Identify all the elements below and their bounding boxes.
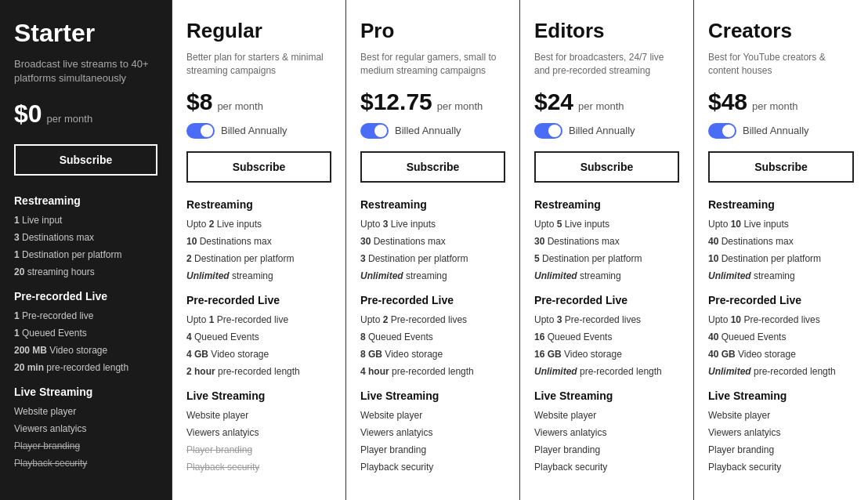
editors-price: $24 (534, 89, 573, 115)
editors-restreaming-section: Restreaming Upto 5 Live inputs 30 Destin… (534, 198, 679, 283)
editors-billing-row: Billed Annually (534, 123, 679, 139)
editors-period: per month (578, 100, 624, 112)
creators-live-streaming-title: Live Streaming (708, 389, 854, 402)
editors-subscribe-button[interactable]: Subscribe (534, 151, 679, 183)
starter-live-streaming-section: Live Streaming Website player Viewers an… (14, 386, 157, 470)
editors-playback-security: Playback security (534, 460, 679, 474)
editors-queued-events: 16 Queued Events (534, 330, 679, 344)
starter-column: Starter Broadcast live streams to 40+ pl… (0, 0, 172, 500)
pro-column: Pro Best for regular gamers, small to me… (346, 0, 520, 500)
regular-billing-row: Billed Annually (186, 123, 331, 139)
pro-dest-per-platform: 3 Destination per platform (360, 252, 505, 266)
creators-live-streaming-section: Live Streaming Website player Viewers an… (708, 389, 854, 474)
pro-subscribe-button[interactable]: Subscribe (360, 151, 505, 183)
pro-restreaming-title: Restreaming (360, 198, 505, 211)
starter-subscribe-button[interactable]: Subscribe (14, 144, 157, 176)
starter-queued-events: 1 Queued Events (14, 326, 157, 340)
creators-billing-label: Billed Annually (743, 125, 809, 136)
editors-viewers-analytics: Viewers anlatyics (534, 426, 679, 440)
starter-pre-recorded-section: Pre-recorded Live 1 Pre-recorded live 1 … (14, 290, 157, 375)
starter-restreaming-section: Restreaming 1 Live input 3 Destinations … (14, 194, 157, 279)
editors-billing-label: Billed Annually (569, 125, 635, 136)
starter-feature-live-inputs: 1 Live input (14, 213, 157, 227)
editors-plan-name: Editors (534, 19, 679, 43)
pro-video-storage: 8 GB Video storage (360, 347, 505, 361)
creators-price-row: $48 per month (708, 89, 854, 115)
pro-billing-row: Billed Annually (360, 123, 505, 139)
creators-restreaming-section: Restreaming Upto 10 Live inputs 40 Desti… (708, 198, 854, 283)
editors-live-streaming-section: Live Streaming Website player Viewers an… (534, 389, 679, 474)
creators-viewers-analytics: Viewers anlatyics (708, 426, 854, 440)
creators-subscribe-button[interactable]: Subscribe (708, 151, 854, 183)
pro-pre-recorded-section: Pre-recorded Live Upto 2 Pre-recorded li… (360, 294, 505, 379)
editors-column: Editors Best for broadcasters, 24/7 live… (520, 0, 694, 500)
editors-description: Best for broadcasters, 24/7 live and pre… (534, 51, 679, 78)
pro-destinations-max: 30 Destinations max (360, 234, 505, 248)
creators-streaming: Unlimited streaming (708, 269, 854, 283)
editors-price-row: $24 per month (534, 89, 679, 115)
creators-live-inputs: Upto 10 Live inputs (708, 217, 854, 231)
starter-viewers-analytics: Viewers anlatyics (14, 422, 157, 436)
editors-pre-recorded-length: Unlimited pre-recorded length (534, 364, 679, 379)
pro-streaming: Unlimited streaming (360, 269, 505, 283)
regular-subscribe-button[interactable]: Subscribe (186, 151, 331, 183)
creators-video-storage: 40 GB Video storage (708, 347, 854, 361)
creators-queued-events: 40 Queued Events (708, 330, 854, 344)
starter-restreaming-title: Restreaming (14, 194, 157, 207)
creators-description: Best for YouTube creators & content hous… (708, 51, 854, 78)
starter-feature-streaming-hours: 20 streaming hours (14, 265, 157, 279)
editors-live-streaming-title: Live Streaming (534, 389, 679, 402)
editors-streaming: Unlimited streaming (534, 269, 679, 283)
regular-dest-per-platform: 2 Destination per platform (186, 252, 331, 266)
regular-column: Regular Better plan for starters & minim… (172, 0, 346, 500)
editors-dest-per-platform: 5 Destination per platform (534, 252, 679, 266)
editors-restreaming-title: Restreaming (534, 198, 679, 211)
pro-billing-toggle[interactable] (360, 123, 389, 139)
pro-description: Best for regular gamers, small to medium… (360, 51, 505, 78)
editors-player-branding: Player branding (534, 443, 679, 457)
regular-live-streaming-section: Live Streaming Website player Viewers an… (186, 389, 331, 474)
creators-pre-recorded-title: Pre-recorded Live (708, 294, 854, 306)
regular-description: Better plan for starters & minimal strea… (186, 51, 331, 78)
pro-plan-name: Pro (360, 19, 505, 43)
pro-pre-recorded-live: Upto 2 Pre-recorded lives (360, 313, 505, 327)
regular-live-streaming-title: Live Streaming (186, 389, 331, 402)
pro-billing-label: Billed Annually (395, 125, 461, 136)
regular-pre-recorded-live: Upto 1 Pre-recorded live (186, 313, 331, 327)
editors-billing-toggle[interactable] (534, 123, 562, 139)
creators-player-branding: Player branding (708, 443, 854, 457)
creators-pre-recorded-section: Pre-recorded Live Upto 10 Pre-recorded l… (708, 294, 854, 379)
regular-billing-toggle[interactable] (186, 123, 215, 139)
regular-price: $8 (186, 89, 212, 115)
creators-price: $48 (708, 89, 747, 115)
regular-period: per month (217, 100, 263, 112)
creators-period: per month (752, 100, 798, 112)
starter-description: Broadcast live streams to 40+ platforms … (14, 57, 157, 85)
pro-live-streaming-section: Live Streaming Website player Viewers an… (360, 389, 505, 474)
creators-billing-toggle[interactable] (708, 123, 736, 139)
pricing-grid: Starter Broadcast live streams to 40+ pl… (0, 0, 868, 500)
pro-playback-security: Playback security (360, 460, 505, 474)
pro-live-inputs: Upto 3 Live inputs (360, 217, 505, 231)
pro-viewers-analytics: Viewers anlatyics (360, 426, 505, 440)
starter-price-row: $0 per month (14, 100, 157, 129)
pro-pre-recorded-title: Pre-recorded Live (360, 294, 505, 306)
starter-live-streaming-title: Live Streaming (14, 386, 157, 398)
creators-pre-recorded-length: Unlimited pre-recorded length (708, 364, 854, 379)
regular-queued-events: 4 Queued Events (186, 330, 331, 344)
regular-billing-label: Billed Annually (221, 125, 288, 136)
starter-playback-security: Playback security (14, 456, 157, 470)
editors-video-storage: 16 GB Video storage (534, 347, 679, 361)
regular-pre-recorded-title: Pre-recorded Live (186, 294, 331, 306)
regular-viewers-analytics: Viewers anlatyics (186, 426, 331, 440)
starter-feature-destinations-max: 3 Destinations max (14, 230, 157, 245)
regular-player-branding: Player branding (186, 443, 331, 457)
regular-restreaming-title: Restreaming (186, 198, 331, 211)
pro-website-player: Website player (360, 408, 505, 422)
regular-website-player: Website player (186, 408, 331, 422)
pro-price: $12.75 (360, 89, 432, 115)
starter-pre-recorded-live: 1 Pre-recorded live (14, 309, 157, 323)
regular-video-storage: 4 GB Video storage (186, 347, 331, 361)
starter-website-player: Website player (14, 404, 157, 418)
creators-plan-name: Creators (708, 19, 854, 43)
